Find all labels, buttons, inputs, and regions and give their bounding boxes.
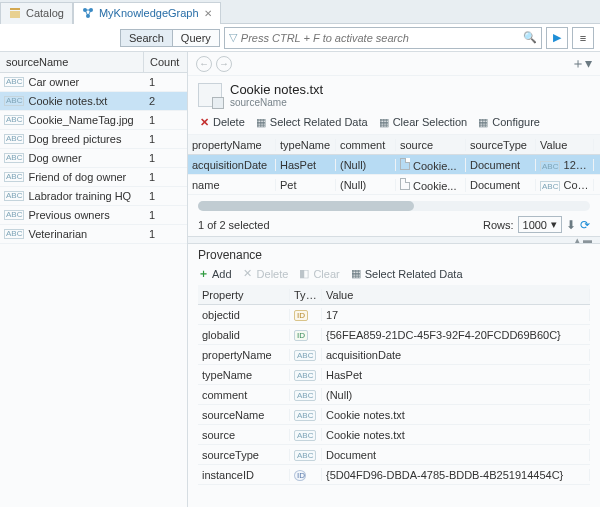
clear-icon: ◧: [298, 268, 310, 280]
text-type-icon: ABC: [4, 172, 24, 182]
prov-add-button[interactable]: ＋Add: [198, 266, 232, 281]
grid-header[interactable]: comment: [336, 139, 396, 151]
filter-icon: ▽: [229, 31, 237, 44]
prov-row[interactable]: instanceIDID{5D04FD96-DBDA-4785-BDDB-4B2…: [198, 465, 590, 485]
tab-catalog[interactable]: Catalog: [0, 2, 73, 24]
prov-col-value[interactable]: Value: [322, 289, 590, 301]
source-row[interactable]: ABCCookie notes.txt2: [0, 92, 187, 111]
text-type-icon: ABC: [4, 77, 24, 87]
menu-button[interactable]: ≡: [572, 27, 594, 49]
nav-back[interactable]: ←: [196, 56, 212, 72]
close-icon[interactable]: ✕: [204, 8, 212, 19]
text-type-icon: ABC: [4, 96, 24, 106]
prov-property: sourceType: [198, 449, 290, 461]
left-col-count[interactable]: Count: [143, 52, 187, 72]
source-row[interactable]: ABCVeterinarian1: [0, 225, 187, 244]
search-input[interactable]: [241, 32, 519, 44]
clear-icon: [378, 116, 390, 128]
grid-cell: Document: [466, 179, 536, 191]
chevron-down-icon: ▾: [551, 218, 557, 231]
select-related-button[interactable]: Select Related Data: [255, 116, 368, 128]
mode-query[interactable]: Query: [173, 29, 220, 47]
grid-header[interactable]: sourceType: [466, 139, 536, 151]
grid-header[interactable]: Value: [536, 139, 594, 151]
source-count: 1: [149, 114, 183, 126]
refresh-icon[interactable]: ⟳: [580, 218, 590, 232]
prov-type: ABC: [290, 348, 322, 361]
prov-value: (Null): [322, 389, 590, 401]
delete-button[interactable]: ✕Delete: [198, 116, 245, 128]
source-name: Previous owners: [28, 209, 145, 221]
source-row[interactable]: ABCLabrador training HQ1: [0, 187, 187, 206]
prov-row[interactable]: propertyNameABCacquisitionDate: [198, 345, 590, 365]
prov-row[interactable]: sourceNameABCCookie notes.txt: [198, 405, 590, 425]
prov-type: ABC: [290, 408, 322, 421]
prov-row[interactable]: globalidID{56FEA859-21DC-45F3-92F4-20FCD…: [198, 325, 590, 345]
grid-header[interactable]: propertyName: [188, 139, 276, 151]
grid-header[interactable]: source: [396, 139, 466, 151]
provenance-title: Provenance: [198, 248, 590, 262]
search-box[interactable]: ▽ 🔍: [224, 27, 542, 49]
grid-cell: (Null): [336, 159, 396, 171]
entity-icon: [198, 83, 222, 107]
prov-value: HasPet: [322, 369, 590, 381]
prov-value: Cookie notes.txt: [322, 409, 590, 421]
tabstrip: Catalog MyKnowledgeGraph ✕: [0, 0, 600, 24]
hamburger-icon: ≡: [580, 32, 586, 44]
left-col-sourcename[interactable]: sourceName: [0, 52, 143, 72]
related-icon: [350, 268, 362, 280]
prov-property: comment: [198, 389, 290, 401]
plus-icon: ＋: [198, 266, 209, 281]
text-type-icon: ABC: [294, 450, 316, 461]
prov-select-related-button[interactable]: Select Related Data: [350, 266, 463, 281]
tab-catalog-label: Catalog: [26, 7, 64, 19]
grid-cell: ABC Cookie: [536, 179, 594, 191]
prov-row[interactable]: objectidID17: [198, 305, 590, 325]
prov-type: ABC: [290, 428, 322, 441]
text-type-icon: ABC: [540, 181, 560, 191]
prov-row[interactable]: sourceTypeABCDocument: [198, 445, 590, 465]
mode-search[interactable]: Search: [120, 29, 173, 47]
clear-selection-button[interactable]: Clear Selection: [378, 116, 468, 128]
source-name: Dog breed pictures: [28, 133, 145, 145]
grid-cell: ABC 12/18/2: [536, 159, 594, 171]
rows-dropdown[interactable]: 1000▾: [518, 216, 562, 233]
source-row[interactable]: ABCPrevious owners1: [0, 206, 187, 225]
prov-row[interactable]: commentABC(Null): [198, 385, 590, 405]
run-button[interactable]: ▶: [546, 27, 568, 49]
svg-rect-0: [10, 8, 20, 10]
text-type-icon: ABC: [294, 350, 316, 361]
source-row[interactable]: ABCCookie_NameTag.jpg1: [0, 111, 187, 130]
configure-button[interactable]: Configure: [477, 116, 540, 128]
grid-cell: Cookie...: [396, 158, 466, 172]
source-count: 1: [149, 152, 183, 164]
delete-icon: ✕: [198, 116, 210, 128]
text-type-icon: ABC: [4, 115, 24, 125]
horizontal-scrollbar[interactable]: [198, 201, 590, 211]
prov-col-type[interactable]: Type: [290, 289, 322, 301]
selection-status: 1 of 2 selected: [198, 219, 270, 231]
tab-kg[interactable]: MyKnowledgeGraph ✕: [73, 2, 221, 24]
grid-row[interactable]: acquisitionDateHasPet(Null) Cookie...Doc…: [188, 155, 600, 175]
source-row[interactable]: ABCDog owner1: [0, 149, 187, 168]
grid-header[interactable]: typeName: [276, 139, 336, 151]
search-icon[interactable]: 🔍: [523, 31, 537, 44]
download-icon[interactable]: ⬇: [566, 218, 576, 232]
source-count: 1: [149, 133, 183, 145]
svg-rect-1: [10, 11, 20, 18]
nav-forward[interactable]: →: [216, 56, 232, 72]
prov-row[interactable]: typeNameABCHasPet: [198, 365, 590, 385]
pane-collapse[interactable]: ▴ ▬: [188, 236, 600, 244]
grid-row[interactable]: namePet(Null) Cookie...DocumentABC Cooki…: [188, 175, 600, 195]
text-type-icon: ABC: [4, 134, 24, 144]
related-icon: [255, 116, 267, 128]
source-count: 1: [149, 171, 183, 183]
prov-property: objectid: [198, 309, 290, 321]
prov-col-property[interactable]: Property: [198, 289, 290, 301]
left-pane: sourceName Count ABCCar owner1ABCCookie …: [0, 52, 188, 507]
source-row[interactable]: ABCCar owner1: [0, 73, 187, 92]
add-button[interactable]: ＋▾: [571, 55, 592, 73]
prov-row[interactable]: sourceABCCookie notes.txt: [198, 425, 590, 445]
source-row[interactable]: ABCDog breed pictures1: [0, 130, 187, 149]
source-row[interactable]: ABCFriend of dog owner1: [0, 168, 187, 187]
